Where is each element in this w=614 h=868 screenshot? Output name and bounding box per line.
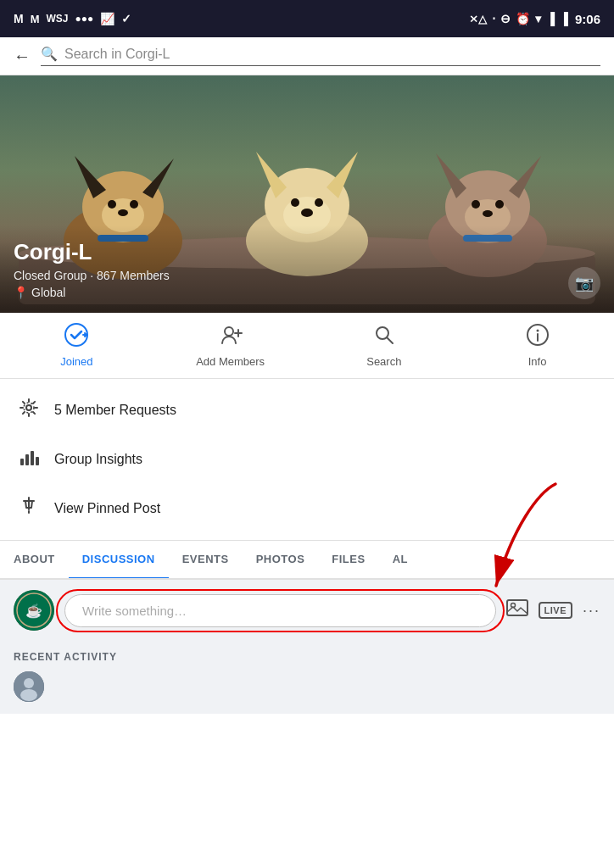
svg-rect-38 [36, 457, 39, 465]
post-input[interactable]: Write something… [64, 594, 496, 627]
recent-activity-section: RECENT ACTIVITY [0, 641, 614, 714]
tab-events[interactable]: EVENTS [169, 541, 243, 580]
svg-line-29 [387, 337, 393, 343]
tab-about[interactable]: ABOUT [0, 541, 69, 580]
status-left-icons: M M WSJ ●●● 📈 ✓ [14, 12, 131, 25]
camera-button[interactable]: 📷 [568, 267, 600, 299]
svg-point-25 [225, 327, 233, 336]
recent-activity-row [14, 663, 600, 710]
tabs-bar: ABOUT DISCUSSION EVENTS PHOTOS FILES AL [0, 541, 614, 580]
svg-rect-35 [20, 459, 24, 465]
svg-point-16 [301, 209, 313, 217]
time-display: 9:06 [575, 12, 600, 26]
wifi-icon: ▾ [535, 12, 541, 25]
add-members-icon [219, 323, 243, 352]
tab-photos[interactable]: PHOTOS [243, 541, 319, 580]
group-type: Closed Group [14, 269, 87, 282]
status-right-icons: ⨯△ ⋅ ⊖ ⏰ ▾ ▐ ▐ 9:06 [469, 12, 600, 26]
pin-icon [17, 496, 41, 521]
search-button[interactable]: Search [350, 323, 418, 368]
member-count: 867 Members [97, 269, 170, 282]
search-btn-icon [372, 323, 396, 352]
post-area: ☕ Write something… [0, 580, 614, 641]
group-insights-item[interactable]: Group Insights [0, 435, 614, 484]
alarm-icon: ⏰ [516, 12, 530, 25]
recent-activity-label: RECENT ACTIVITY [14, 651, 600, 663]
activity-avatar [14, 671, 44, 702]
svg-point-22 [483, 210, 493, 217]
action-buttons-bar: Joined Add Members Search [0, 313, 614, 379]
member-requests-item[interactable]: 5 Member Requests [0, 386, 614, 435]
post-action-icons: LIVE ··· [506, 597, 600, 624]
tab-files[interactable]: FILES [318, 541, 378, 580]
tab-all[interactable]: AL [379, 541, 421, 580]
info-btn-label: Info [528, 355, 547, 368]
cover-overlay: Corgi-L Closed Group · 867 Members 📍 Glo… [0, 225, 614, 313]
view-pinned-item[interactable]: View Pinned Post [0, 484, 614, 533]
group-insights-label: Group Insights [54, 452, 142, 467]
svg-rect-45 [507, 600, 527, 615]
svg-point-9 [118, 209, 128, 216]
view-pinned-label: View Pinned Post [54, 501, 160, 516]
search-placeholder: Search in Corgi-L [64, 47, 170, 62]
user-avatar: ☕ [14, 590, 54, 631]
live-badge[interactable]: LIVE [539, 602, 572, 619]
svg-point-15 [315, 198, 323, 207]
group-meta: Closed Group · 867 Members [14, 269, 600, 282]
bar-chart-icon [17, 447, 41, 472]
post-placeholder: Write something… [82, 604, 187, 618]
minus-circle-icon: ⊖ [500, 12, 511, 25]
search-icon: 🔍 [41, 46, 58, 62]
bluetooth-icon2: ⋅ [492, 12, 495, 25]
svg-point-21 [495, 200, 504, 209]
separator: · [90, 269, 97, 282]
svg-rect-36 [25, 454, 29, 465]
gear-icon [17, 398, 41, 423]
battery-icon: ▐ [560, 12, 568, 25]
add-members-button[interactable]: Add Members [196, 323, 265, 368]
joined-button[interactable]: Joined [42, 323, 110, 368]
svg-rect-37 [31, 451, 34, 465]
back-button[interactable]: ← [14, 47, 31, 66]
search-input-area[interactable]: 🔍 Search in Corgi-L [41, 46, 600, 66]
joined-icon [64, 323, 88, 352]
svg-point-34 [24, 403, 34, 413]
search-bar: ← 🔍 Search in Corgi-L [0, 37, 614, 75]
member-requests-label: 5 Member Requests [54, 403, 176, 418]
camera-icon: 📷 [575, 274, 594, 292]
check-icon: ✓ [121, 12, 131, 25]
svg-point-20 [472, 200, 480, 209]
svg-point-14 [291, 198, 299, 207]
photo-icon[interactable] [506, 597, 528, 624]
location-pin-icon: 📍 [14, 286, 28, 299]
signal-dots: ●●● [75, 13, 94, 25]
svg-point-31 [536, 330, 539, 332]
svg-point-33 [26, 405, 31, 410]
chart-icon: 📈 [100, 12, 114, 25]
info-button[interactable]: Info [504, 323, 572, 368]
wsj-icon: WSJ [47, 13, 69, 25]
joined-label: Joined [60, 355, 92, 368]
wsj-label: M [31, 13, 40, 25]
svg-point-7 [108, 200, 116, 209]
add-members-label: Add Members [196, 355, 265, 368]
info-btn-icon [526, 323, 550, 352]
signal-bars-icon: ▐ [546, 12, 555, 25]
search-btn-label: Search [366, 355, 401, 368]
group-name: Corgi-L [14, 239, 600, 265]
more-options-icon[interactable]: ··· [583, 602, 600, 620]
location-text: Global [31, 286, 65, 299]
group-location: 📍 Global [14, 286, 600, 299]
gmail-icon: M [14, 12, 24, 25]
status-bar: M M WSJ ●●● 📈 ✓ ⨯△ ⋅ ⊖ ⏰ ▾ ▐ ▐ 9:06 [0, 0, 614, 37]
svg-text:☕: ☕ [25, 603, 42, 619]
bluetooth-icon: ⨯△ [469, 13, 487, 25]
post-input-row: ☕ Write something… [14, 590, 600, 631]
svg-point-8 [130, 200, 138, 209]
svg-point-49 [20, 689, 37, 701]
svg-point-48 [24, 678, 34, 688]
menu-items: 5 Member Requests Group Insights View Pi… [0, 379, 614, 541]
tab-discussion[interactable]: DISCUSSION [69, 541, 169, 580]
cover-photo: Corgi-L Closed Group · 867 Members 📍 Glo… [0, 75, 614, 313]
